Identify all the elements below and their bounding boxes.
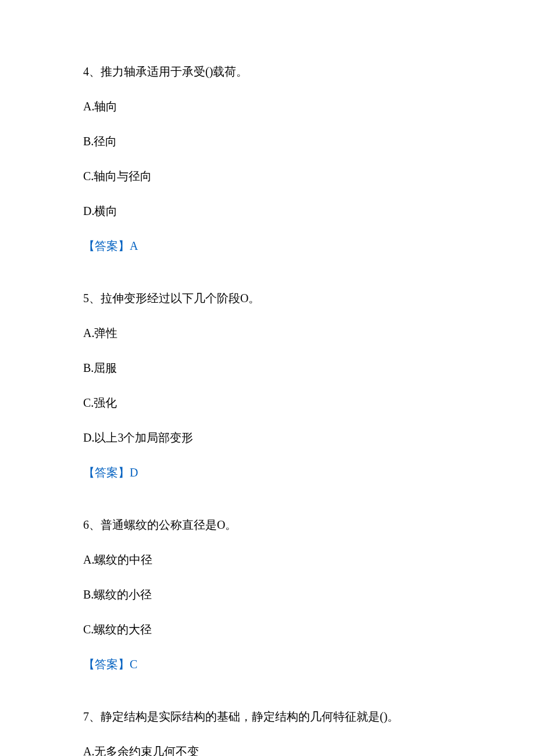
option-label: A. [83, 100, 94, 113]
option: D.横向 [83, 202, 452, 220]
option: A.弹性 [83, 324, 452, 342]
answer-value: A [130, 239, 138, 252]
question-stem: 推力轴承适用于承受()载荷。 [101, 65, 248, 78]
option: B.屈服 [83, 359, 452, 377]
question-stem: 拉伸变形经过以下几个阶段O。 [101, 292, 260, 304]
answer-line: 【答案】C [83, 655, 452, 673]
question-text: 7、静定结构是实际结构的基础，静定结构的几何特征就是()。 [83, 708, 452, 725]
option: A.无多余约束几何不变 [83, 743, 452, 756]
option-text: 无多余约束几何不变 [94, 745, 199, 756]
option: B.螺纹的小径 [83, 586, 452, 603]
option-label: A. [83, 745, 94, 756]
option: C.强化 [83, 394, 452, 411]
question-number: 4、 [83, 65, 101, 78]
question-stem: 静定结构是实际结构的基础，静定结构的几何特征就是()。 [101, 710, 399, 723]
question-text: 6、普通螺纹的公称直径是O。 [83, 516, 452, 533]
question-block: 7、静定结构是实际结构的基础，静定结构的几何特征就是()。 A.无多余约束几何不… [83, 708, 452, 756]
question-number: 5、 [83, 292, 101, 304]
option-text: 径向 [94, 135, 117, 148]
option-label: C. [83, 623, 94, 636]
option-label: B. [83, 135, 94, 148]
option-label: B. [83, 361, 94, 374]
option: C.轴向与径向 [83, 167, 452, 185]
option-text: 轴向与径向 [94, 170, 152, 182]
option: D.以上3个加局部变形 [83, 429, 452, 446]
option-text: 强化 [94, 396, 117, 409]
option: C.螺纹的大径 [83, 621, 452, 638]
question-block: 6、普通螺纹的公称直径是O。 A.螺纹的中径 B.螺纹的小径 C.螺纹的大径 【… [83, 516, 452, 673]
option-text: 以上3个加局部变形 [94, 431, 193, 444]
option-label: D. [83, 431, 94, 444]
option-label: D. [83, 205, 94, 217]
option-text: 弹性 [94, 327, 117, 339]
question-block: 5、拉伸变形经过以下几个阶段O。 A.弹性 B.屈服 C.强化 D.以上3个加局… [83, 289, 452, 481]
option-text: 轴向 [94, 100, 117, 113]
answer-value: C [130, 658, 137, 671]
answer-line: 【答案】A [83, 237, 452, 255]
option-text: 螺纹的小径 [94, 588, 152, 601]
option-label: B. [83, 588, 94, 601]
option-text: 螺纹的中径 [94, 553, 152, 566]
option-label: C. [83, 396, 94, 409]
option: B.径向 [83, 132, 452, 150]
question-text: 4、推力轴承适用于承受()载荷。 [83, 63, 452, 80]
question-text: 5、拉伸变形经过以下几个阶段O。 [83, 289, 452, 307]
option: A.螺纹的中径 [83, 551, 452, 568]
option-text: 螺纹的大径 [94, 623, 152, 636]
question-number: 7、 [83, 710, 101, 723]
question-stem: 普通螺纹的公称直径是O。 [101, 518, 237, 531]
option-label: A. [83, 553, 94, 566]
answer-label: 【答案】 [83, 658, 130, 671]
option-text: 横向 [94, 205, 117, 217]
option-text: 屈服 [94, 361, 117, 374]
option-label: A. [83, 327, 94, 339]
answer-label: 【答案】 [83, 239, 130, 252]
answer-line: 【答案】D [83, 464, 452, 481]
question-block: 4、推力轴承适用于承受()载荷。 A.轴向 B.径向 C.轴向与径向 D.横向 … [83, 63, 452, 255]
option-label: C. [83, 170, 94, 182]
answer-label: 【答案】 [83, 466, 130, 479]
answer-value: D [130, 466, 138, 479]
option: A.轴向 [83, 98, 452, 115]
question-number: 6、 [83, 518, 101, 531]
